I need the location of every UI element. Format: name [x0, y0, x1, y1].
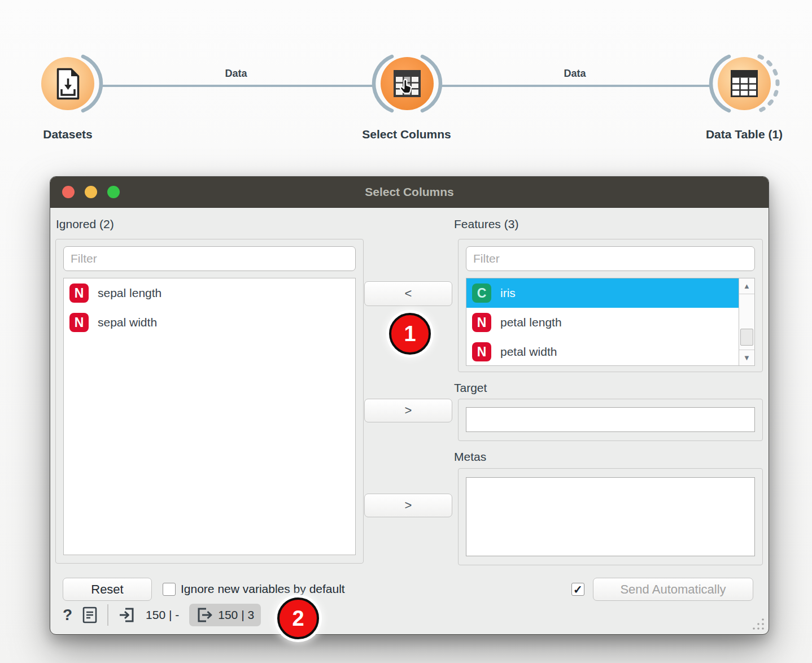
node-label-data-table: Data Table (1) [706, 128, 783, 141]
zoom-button[interactable] [107, 186, 120, 198]
categorical-type-icon: C [472, 283, 491, 303]
features-filter-input[interactable] [466, 246, 755, 271]
features-header: Features (3) [454, 217, 518, 231]
target-header: Target [454, 381, 487, 395]
scrollbar-thumb[interactable] [740, 329, 753, 345]
metas-list[interactable] [466, 477, 755, 556]
node-data-table[interactable]: Data Table (1) [706, 56, 783, 141]
variable-name: sepal width [98, 316, 157, 329]
select-columns-icon [394, 70, 421, 97]
ignored-group: N sepal length N sepal width [55, 239, 364, 564]
minimize-button[interactable] [85, 186, 97, 198]
ignored-filter-input[interactable] [63, 246, 356, 271]
annotation-circle-1: 1 [389, 313, 431, 355]
ignore-new-label: Ignore new variables by default [181, 582, 345, 596]
scroll-down-icon[interactable]: ▼ [739, 350, 754, 365]
list-item[interactable]: N petal length [466, 308, 754, 337]
move-to-target-button[interactable]: > [364, 399, 452, 422]
node-label-select-columns: Select Columns [362, 128, 451, 141]
ignored-header: Ignored (2) [56, 217, 114, 231]
scroll-up-icon[interactable]: ▲ [739, 278, 754, 294]
variable-name: petal length [500, 316, 562, 329]
link-datasets-selectcolumns[interactable]: Data [102, 68, 373, 86]
metas-header: Metas [454, 450, 486, 464]
list-item[interactable]: N sepal width [64, 308, 355, 337]
status-bar: ? 150 | - 150 | 3 [63, 604, 261, 626]
datasets-icon [58, 69, 78, 99]
variable-name: sepal length [98, 286, 161, 300]
output-summary: 150 | 3 [218, 608, 254, 622]
features-group: C iris N petal length N petal width ▲ ▼ [458, 239, 763, 372]
annotation-number: 1 [404, 322, 416, 346]
select-columns-dialog: Select Columns Ignored (2) Features (3) … [50, 176, 769, 635]
link-label: Data [225, 68, 247, 79]
annotation-circle-2: 2 [277, 597, 319, 639]
list-item[interactable]: N petal width [466, 337, 754, 366]
move-to-ignored-button[interactable]: < [364, 281, 452, 306]
send-automatically-button[interactable]: Send Automatically [593, 578, 753, 601]
help-icon[interactable]: ? [63, 606, 72, 624]
annotation-number: 2 [292, 607, 304, 631]
node-datasets[interactable]: Datasets [41, 56, 101, 141]
numeric-type-icon: N [472, 342, 491, 361]
move-to-metas-button[interactable]: > [364, 494, 452, 517]
input-summary: 150 | - [146, 608, 179, 622]
status-divider [107, 604, 108, 626]
output-summary-icon [196, 605, 213, 625]
report-icon[interactable] [82, 607, 97, 623]
list-item[interactable]: N sepal length [64, 278, 355, 308]
workflow-canvas: Data Data Datasets Select Columns [0, 0, 812, 158]
numeric-type-icon: N [472, 313, 491, 332]
data-table-icon [732, 71, 757, 97]
output-summary-chip[interactable]: 150 | 3 [189, 604, 261, 626]
input-summary-icon [119, 605, 136, 625]
target-group [458, 399, 763, 441]
link-selectcolumns-datatable[interactable]: Data [441, 68, 710, 86]
node-select-columns[interactable]: Select Columns [362, 56, 451, 141]
check-icon: ✓ [573, 583, 583, 596]
target-field[interactable] [466, 407, 755, 432]
features-scrollbar[interactable]: ▲ ▼ [739, 278, 754, 365]
reset-button[interactable]: Reset [63, 578, 152, 601]
dialog-title: Select Columns [365, 185, 454, 199]
variable-name: petal width [500, 345, 557, 359]
numeric-type-icon: N [69, 283, 89, 303]
ignored-list[interactable]: N sepal length N sepal width [63, 278, 356, 555]
features-list[interactable]: C iris N petal length N petal width ▲ ▼ [466, 278, 755, 366]
close-button[interactable] [62, 186, 75, 198]
ignore-new-checkbox[interactable] [163, 583, 176, 596]
numeric-type-icon: N [69, 313, 89, 332]
metas-group [458, 468, 763, 565]
resize-grip[interactable] [752, 617, 765, 631]
link-label: Data [564, 68, 586, 79]
node-label-datasets: Datasets [43, 128, 93, 141]
dialog-titlebar[interactable]: Select Columns [50, 177, 769, 208]
list-item-selected[interactable]: C iris [466, 278, 754, 308]
variable-name: iris [500, 286, 516, 300]
send-auto-checkbox[interactable]: ✓ [571, 583, 584, 596]
